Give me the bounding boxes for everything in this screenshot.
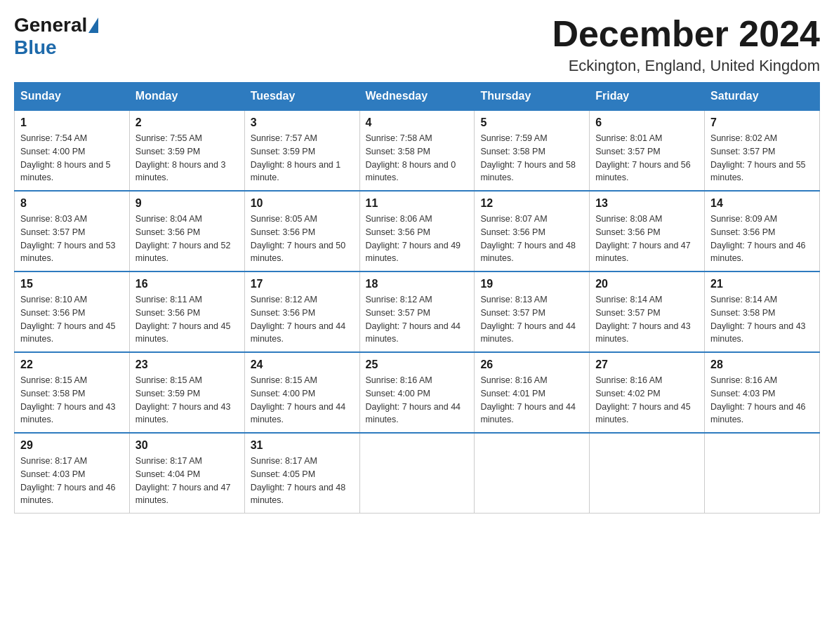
day-number: 31: [251, 439, 354, 452]
day-number: 8: [20, 197, 124, 210]
calendar-cell: [359, 433, 475, 514]
calendar-cell: 6Sunrise: 8:01 AMSunset: 3:57 PMDaylight…: [590, 110, 705, 191]
calendar-cell: 22Sunrise: 8:15 AMSunset: 3:58 PMDayligh…: [15, 352, 130, 433]
calendar-week-row: 29Sunrise: 8:17 AMSunset: 4:03 PMDayligh…: [15, 433, 820, 514]
logo-general-text: General: [14, 14, 87, 36]
day-number: 28: [710, 358, 814, 371]
day-info: Sunrise: 8:16 AMSunset: 4:00 PMDaylight:…: [366, 374, 469, 427]
day-number: 4: [366, 116, 469, 129]
day-info: Sunrise: 7:54 AMSunset: 4:00 PMDaylight:…: [20, 132, 124, 185]
calendar-cell: 21Sunrise: 8:14 AMSunset: 3:58 PMDayligh…: [705, 271, 820, 352]
day-info: Sunrise: 8:16 AMSunset: 4:01 PMDaylight:…: [480, 374, 583, 427]
day-info: Sunrise: 8:11 AMSunset: 3:56 PMDaylight:…: [135, 293, 239, 346]
day-info: Sunrise: 8:17 AMSunset: 4:05 PMDaylight:…: [251, 455, 354, 507]
calendar-cell: 4Sunrise: 7:58 AMSunset: 3:58 PMDaylight…: [359, 110, 475, 191]
day-number: 1: [20, 116, 124, 129]
day-number: 25: [366, 358, 469, 371]
calendar-cell: [705, 433, 820, 514]
day-number: 24: [251, 358, 354, 371]
day-info: Sunrise: 7:59 AMSunset: 3:58 PMDaylight:…: [480, 132, 583, 185]
day-info: Sunrise: 8:16 AMSunset: 4:03 PMDaylight:…: [710, 374, 814, 427]
day-info: Sunrise: 8:15 AMSunset: 3:58 PMDaylight:…: [20, 374, 124, 427]
day-info: Sunrise: 8:12 AMSunset: 3:56 PMDaylight:…: [251, 293, 354, 346]
calendar-cell: 13Sunrise: 8:08 AMSunset: 3:56 PMDayligh…: [590, 191, 705, 271]
day-info: Sunrise: 7:55 AMSunset: 3:59 PMDaylight:…: [135, 132, 239, 185]
calendar-cell: 14Sunrise: 8:09 AMSunset: 3:56 PMDayligh…: [705, 191, 820, 271]
day-info: Sunrise: 8:15 AMSunset: 3:59 PMDaylight:…: [135, 374, 239, 427]
day-info: Sunrise: 8:16 AMSunset: 4:02 PMDaylight:…: [595, 374, 699, 427]
column-header-monday: Monday: [129, 83, 244, 111]
column-header-friday: Friday: [590, 83, 705, 111]
day-info: Sunrise: 8:13 AMSunset: 3:57 PMDaylight:…: [480, 293, 583, 346]
day-number: 13: [595, 197, 699, 210]
day-number: 5: [480, 116, 583, 129]
day-number: 29: [20, 439, 124, 452]
calendar-cell: 18Sunrise: 8:12 AMSunset: 3:57 PMDayligh…: [359, 271, 475, 352]
calendar-cell: 19Sunrise: 8:13 AMSunset: 3:57 PMDayligh…: [475, 271, 590, 352]
calendar-cell: 8Sunrise: 8:03 AMSunset: 3:57 PMDaylight…: [15, 191, 130, 271]
day-number: 30: [135, 439, 239, 452]
day-number: 17: [251, 278, 354, 290]
day-info: Sunrise: 8:08 AMSunset: 3:56 PMDaylight:…: [595, 213, 699, 265]
calendar-table: SundayMondayTuesdayWednesdayThursdayFrid…: [14, 82, 820, 514]
column-header-saturday: Saturday: [705, 83, 820, 111]
calendar-cell: 16Sunrise: 8:11 AMSunset: 3:56 PMDayligh…: [129, 271, 244, 352]
calendar-cell: 17Sunrise: 8:12 AMSunset: 3:56 PMDayligh…: [244, 271, 359, 352]
calendar-cell: 27Sunrise: 8:16 AMSunset: 4:02 PMDayligh…: [590, 352, 705, 433]
logo-triangle-icon: [88, 18, 98, 33]
day-number: 3: [251, 116, 354, 129]
column-header-sunday: Sunday: [15, 83, 130, 111]
day-number: 15: [20, 278, 124, 290]
calendar-cell: 1Sunrise: 7:54 AMSunset: 4:00 PMDaylight…: [15, 110, 130, 191]
day-info: Sunrise: 8:03 AMSunset: 3:57 PMDaylight:…: [20, 213, 124, 265]
logo: General Blue: [14, 14, 100, 59]
column-header-thursday: Thursday: [475, 83, 590, 111]
day-info: Sunrise: 8:07 AMSunset: 3:56 PMDaylight:…: [480, 213, 583, 265]
calendar-cell: 24Sunrise: 8:15 AMSunset: 4:00 PMDayligh…: [244, 352, 359, 433]
calendar-cell: 30Sunrise: 8:17 AMSunset: 4:04 PMDayligh…: [129, 433, 244, 514]
day-number: 2: [135, 116, 239, 129]
day-info: Sunrise: 8:01 AMSunset: 3:57 PMDaylight:…: [595, 132, 699, 185]
day-number: 6: [595, 116, 699, 129]
day-info: Sunrise: 8:12 AMSunset: 3:57 PMDaylight:…: [366, 293, 469, 346]
calendar-cell: 5Sunrise: 7:59 AMSunset: 3:58 PMDaylight…: [475, 110, 590, 191]
column-header-tuesday: Tuesday: [244, 83, 359, 111]
calendar-week-row: 8Sunrise: 8:03 AMSunset: 3:57 PMDaylight…: [15, 191, 820, 271]
logo-blue-text: Blue: [14, 36, 57, 58]
day-number: 7: [710, 116, 814, 129]
day-number: 19: [480, 278, 583, 290]
calendar-cell: 23Sunrise: 8:15 AMSunset: 3:59 PMDayligh…: [129, 352, 244, 433]
calendar-week-row: 15Sunrise: 8:10 AMSunset: 3:56 PMDayligh…: [15, 271, 820, 352]
calendar-cell: 28Sunrise: 8:16 AMSunset: 4:03 PMDayligh…: [705, 352, 820, 433]
day-number: 18: [366, 278, 469, 290]
day-info: Sunrise: 8:05 AMSunset: 3:56 PMDaylight:…: [251, 213, 354, 265]
calendar-week-row: 22Sunrise: 8:15 AMSunset: 3:58 PMDayligh…: [15, 352, 820, 433]
calendar-cell: 7Sunrise: 8:02 AMSunset: 3:57 PMDaylight…: [705, 110, 820, 191]
day-info: Sunrise: 8:09 AMSunset: 3:56 PMDaylight:…: [710, 213, 814, 265]
day-info: Sunrise: 8:06 AMSunset: 3:56 PMDaylight:…: [366, 213, 469, 265]
day-info: Sunrise: 8:04 AMSunset: 3:56 PMDaylight:…: [135, 213, 239, 265]
day-info: Sunrise: 8:15 AMSunset: 4:00 PMDaylight:…: [251, 374, 354, 427]
day-info: Sunrise: 8:17 AMSunset: 4:04 PMDaylight:…: [135, 455, 239, 507]
calendar-cell: 20Sunrise: 8:14 AMSunset: 3:57 PMDayligh…: [590, 271, 705, 352]
calendar-cell: 31Sunrise: 8:17 AMSunset: 4:05 PMDayligh…: [244, 433, 359, 514]
day-info: Sunrise: 8:14 AMSunset: 3:58 PMDaylight:…: [710, 293, 814, 346]
day-info: Sunrise: 7:57 AMSunset: 3:59 PMDaylight:…: [251, 132, 354, 185]
calendar-week-row: 1Sunrise: 7:54 AMSunset: 4:00 PMDaylight…: [15, 110, 820, 191]
calendar-cell: 2Sunrise: 7:55 AMSunset: 3:59 PMDaylight…: [129, 110, 244, 191]
day-number: 9: [135, 197, 239, 210]
day-number: 16: [135, 278, 239, 290]
day-number: 21: [710, 278, 814, 290]
calendar-cell: 25Sunrise: 8:16 AMSunset: 4:00 PMDayligh…: [359, 352, 475, 433]
day-info: Sunrise: 7:58 AMSunset: 3:58 PMDaylight:…: [366, 132, 469, 185]
day-number: 26: [480, 358, 583, 371]
column-header-wednesday: Wednesday: [359, 83, 475, 111]
day-number: 10: [251, 197, 354, 210]
calendar-cell: [475, 433, 590, 514]
page-header: General Blue December 2024 Eckington, En…: [14, 14, 820, 75]
calendar-header-row: SundayMondayTuesdayWednesdayThursdayFrid…: [15, 83, 820, 111]
calendar-cell: 3Sunrise: 7:57 AMSunset: 3:59 PMDaylight…: [244, 110, 359, 191]
day-number: 27: [595, 358, 699, 371]
calendar-cell: 26Sunrise: 8:16 AMSunset: 4:01 PMDayligh…: [475, 352, 590, 433]
day-info: Sunrise: 8:14 AMSunset: 3:57 PMDaylight:…: [595, 293, 699, 346]
